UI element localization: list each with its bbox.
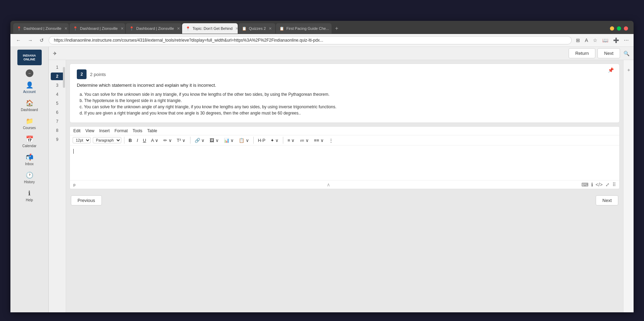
sidebar-item-account[interactable]: 👤 Account xyxy=(10,78,48,96)
menu-table[interactable]: Table xyxy=(147,128,157,133)
menu-tools[interactable]: Tools xyxy=(133,128,142,133)
superscript-button[interactable]: T² ∨ xyxy=(176,137,187,144)
hp-button[interactable]: H·P xyxy=(256,137,267,144)
tab-label-2: Dashboard | Zionsville xyxy=(80,26,118,31)
special-char-button[interactable]: ✦ ∨ xyxy=(269,137,280,144)
fullscreen-button[interactable]: ⤢ xyxy=(605,182,610,187)
question-num-4[interactable]: 4 xyxy=(51,91,64,98)
image-button[interactable]: 🖼 ∨ xyxy=(208,137,220,144)
new-tab-button[interactable]: + xyxy=(332,24,341,33)
drag-button[interactable]: ⠿ xyxy=(612,182,616,187)
tab-close-1[interactable]: ✕ xyxy=(64,26,67,31)
menu-insert[interactable]: Insert xyxy=(99,128,109,133)
add-button[interactable]: ➕ xyxy=(612,37,620,44)
history-label: History xyxy=(24,180,35,184)
keyboard-button[interactable]: ⌨ xyxy=(581,182,588,187)
close-button[interactable] xyxy=(624,26,628,31)
question-points: 2 points xyxy=(90,72,106,77)
tab-3[interactable]: 📍 Dashboard | Zionsville ✕ xyxy=(126,23,181,34)
sidebar-item-history[interactable]: 🕐 History xyxy=(10,169,48,187)
help-label: Help xyxy=(26,198,33,202)
tab-close-2[interactable]: ✕ xyxy=(121,26,124,31)
tab-label-3: Dashboard | Zionsville xyxy=(136,26,174,31)
link-button[interactable]: 🔗 ∨ xyxy=(193,137,206,144)
history-icon: 🕐 xyxy=(26,171,33,179)
question-num-3[interactable]: 3 xyxy=(51,82,64,89)
paragraph-select[interactable]: Paragraph xyxy=(93,137,121,143)
align-button[interactable]: ≡ ∨ xyxy=(286,137,296,144)
editor-body[interactable] xyxy=(70,145,619,180)
question-card: 📌 2 2 points Determine which statement i… xyxy=(70,64,620,123)
extensions-button[interactable]: ⊞ xyxy=(574,37,581,44)
sidebar-item-courses[interactable]: 📁 Courses xyxy=(10,115,48,133)
media-button[interactable]: 📊 ∨ xyxy=(222,137,236,144)
more-button[interactable]: ⋯ xyxy=(622,37,630,44)
source-button[interactable]: </> xyxy=(596,182,603,187)
tab-icon-4: 📍 xyxy=(186,26,190,31)
tab-icon-1: 📍 xyxy=(17,26,22,31)
question-num-8[interactable]: 8 xyxy=(51,127,64,134)
indent-button[interactable]: ≡≡ ∨ xyxy=(312,137,325,144)
tab-4[interactable]: 📍 Topic: Don't Get Behind ✕ xyxy=(182,23,238,34)
editor-menubar: Edit View Insert Format Tools Table xyxy=(70,127,619,135)
content-area: INDIANA ONLINE → 👤 Account 🏠 Dashboard 📁… xyxy=(10,47,634,312)
add-button-right[interactable]: ＋ xyxy=(626,67,631,73)
toolbar-divider-2 xyxy=(190,137,190,144)
bold-button[interactable]: B xyxy=(127,137,133,144)
tab-close-5[interactable]: ✕ xyxy=(269,26,272,31)
tab-1[interactable]: 📍 Dashboard | Zionsville ✕ xyxy=(13,23,69,34)
question-num-2[interactable]: 2 xyxy=(51,73,64,80)
pin-button[interactable]: 📌 xyxy=(608,67,614,73)
reading-view-button[interactable]: 📖 xyxy=(601,37,610,44)
toolbar-airplane-button[interactable]: ✈ xyxy=(51,50,58,57)
forward-button[interactable]: → xyxy=(26,37,35,44)
sidebar-item-calendar[interactable]: 📅 Calendar xyxy=(10,133,48,151)
refresh-button[interactable]: ↺ xyxy=(38,37,46,44)
question-num-1[interactable]: 1 xyxy=(51,64,64,71)
accessibility-button[interactable]: ℹ xyxy=(591,182,593,187)
option-b: b. The hypotenuse is the longest side in… xyxy=(77,98,612,103)
collapse-sidebar-button[interactable]: → xyxy=(26,69,33,77)
highlight-button[interactable]: ✏ ∨ xyxy=(162,137,173,144)
menu-edit[interactable]: Edit xyxy=(73,128,81,133)
embed-button[interactable]: 📋 ∨ xyxy=(237,137,251,144)
more-options-button[interactable]: ⋮ xyxy=(327,137,335,144)
favorites-button[interactable]: ☆ xyxy=(592,37,599,44)
sidebar-item-help[interactable]: ℹ Help xyxy=(10,187,48,205)
question-num-6[interactable]: 6 xyxy=(51,109,64,116)
search-button[interactable]: 🔍 xyxy=(622,50,631,57)
tab-close-4[interactable]: ✕ xyxy=(235,26,238,31)
minimize-button[interactable] xyxy=(610,26,614,31)
maximize-button[interactable] xyxy=(617,26,621,31)
previous-button[interactable]: Previous xyxy=(71,195,102,205)
next-button-top[interactable]: Next xyxy=(597,48,620,58)
back-button[interactable]: ← xyxy=(14,37,23,44)
account-label: Account xyxy=(23,90,35,94)
question-num-5[interactable]: 5 xyxy=(51,100,64,107)
inbox-label: Inbox xyxy=(25,162,33,166)
calendar-icon: 📅 xyxy=(26,135,33,143)
return-button[interactable]: Return xyxy=(569,48,595,58)
tab-6[interactable]: 📋 First Pacing Guide Che... ✕ xyxy=(276,23,332,34)
address-input[interactable] xyxy=(49,36,572,44)
sidebar-item-dashboard[interactable]: 🏠 Dashboard xyxy=(10,96,48,115)
next-button-bottom[interactable]: Next xyxy=(596,195,618,205)
question-num-7[interactable]: 7 xyxy=(51,118,64,125)
dashboard-label: Dashboard xyxy=(21,108,38,112)
lms-sidebar: INDIANA ONLINE → 👤 Account 🏠 Dashboard 📁… xyxy=(10,47,49,312)
tab-5[interactable]: 📋 Quizzes 2 ✕ xyxy=(238,23,275,34)
font-size-select[interactable]: 12pt xyxy=(73,137,91,143)
editor-footer: p ∧ ⌨ ℹ </> ⤢ ⠿ xyxy=(70,180,619,189)
underline-button[interactable]: U xyxy=(141,137,147,144)
browser-actions: ⊞ A ☆ 📖 ➕ ⋯ xyxy=(574,37,630,44)
menu-view[interactable]: View xyxy=(85,128,95,133)
italic-button[interactable]: I xyxy=(135,137,139,144)
text-color-button[interactable]: A ∨ xyxy=(149,137,160,144)
tab-2[interactable]: 📍 Dashboard | Zionsville ✕ xyxy=(70,23,125,34)
sidebar-item-inbox[interactable]: 📬 Inbox xyxy=(10,151,48,169)
tab-close-3[interactable]: ✕ xyxy=(177,26,180,31)
question-num-9[interactable]: 9 xyxy=(51,136,64,143)
profile-button[interactable]: A xyxy=(584,37,589,44)
list-button[interactable]: ≔ ∨ xyxy=(299,137,311,144)
menu-format[interactable]: Format xyxy=(115,128,128,133)
